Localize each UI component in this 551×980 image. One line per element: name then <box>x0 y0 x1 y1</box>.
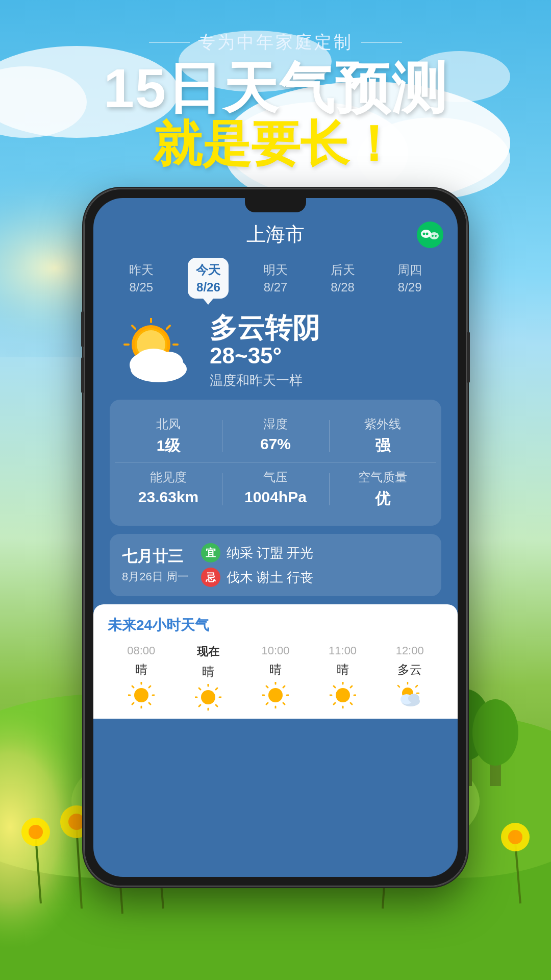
phone-outer: 上海市 昨天 8/25 <box>84 189 467 886</box>
forecast-sun-1 <box>195 684 221 710</box>
forecast-sun-3 <box>330 682 356 708</box>
forecast-time-2: 10:00 <box>261 644 289 657</box>
detail-pressure: 气压 1004hPa <box>222 469 329 509</box>
details-row-1: 北风 1级 湿度 67% 紫外线 强 <box>115 410 436 462</box>
day-tab-today[interactable]: 今天 8/26 <box>188 258 229 299</box>
forecast-item-1: 现在 晴 <box>175 644 242 710</box>
bad-activities-text: 伐木 谢土 行丧 <box>227 569 313 586</box>
screen-content: 上海市 昨天 8/25 <box>93 198 458 877</box>
humidity-label: 湿度 <box>263 416 288 432</box>
detail-air-quality: 空气质量 优 <box>329 469 436 509</box>
city-header: 上海市 <box>108 222 443 248</box>
forecast-item-2: 10:00 晴 <box>242 644 309 710</box>
weather-temp: 28~35° <box>210 343 433 369</box>
tab-label-3: 后天 <box>331 262 355 278</box>
svg-line-73 <box>199 688 201 690</box>
svg-line-99 <box>398 685 399 687</box>
lunar-card: 七月廿三 8月26日 周一 宜 纳采 订盟 开光 忌 <box>110 534 441 596</box>
volume-down-button <box>81 357 84 393</box>
svg-line-83 <box>283 703 285 704</box>
phone-screen: 上海市 昨天 8/25 <box>93 198 458 877</box>
sub-title-yellow: 就是要长！ <box>0 117 551 171</box>
lunar-title: 七月廿三 <box>122 546 189 567</box>
air-quality-value: 优 <box>375 488 390 509</box>
svg-point-40 <box>426 232 429 235</box>
wechat-icon[interactable] <box>417 222 443 248</box>
subtitle: 专为中年家庭定制 <box>0 31 551 54</box>
forecast-title: 未来24小时天气 <box>108 616 443 635</box>
visibility-value: 23.63km <box>138 488 198 506</box>
forecast-sun-4 <box>396 682 423 708</box>
bad-badge: 忌 <box>201 568 220 587</box>
svg-line-67 <box>132 703 134 704</box>
svg-line-75 <box>216 688 217 690</box>
day-tab-dayafter[interactable]: 后天 8/28 <box>322 258 363 299</box>
forecast-time-3: 11:00 <box>329 644 357 657</box>
detail-uv: 紫外线 强 <box>329 416 436 456</box>
svg-point-68 <box>201 690 215 704</box>
good-badge: 宜 <box>201 543 220 562</box>
detail-visibility: 能见度 23.63km <box>115 469 222 509</box>
svg-point-86 <box>336 688 350 702</box>
svg-point-41 <box>430 232 439 239</box>
air-quality-label: 空气质量 <box>358 469 407 485</box>
lunar-subtitle: 8月26日 周一 <box>122 569 189 584</box>
svg-line-91 <box>334 686 335 688</box>
day-tabs: 昨天 8/25 今天 8/26 明天 8/27 后天 8/28 <box>108 258 443 299</box>
svg-line-84 <box>283 686 285 688</box>
power-button <box>467 332 470 383</box>
forecast-weather-4: 多云 <box>397 662 422 678</box>
tab-label-4: 周四 <box>397 262 422 278</box>
tab-label-1: 今天 <box>196 262 220 278</box>
forecast-weather-2: 晴 <box>269 662 282 678</box>
tab-date-4: 8/29 <box>398 280 422 295</box>
main-title: 15日天气预测 <box>0 59 551 117</box>
svg-line-94 <box>334 703 335 704</box>
forecast-time-0: 08:00 <box>127 644 155 657</box>
forecast-time-1: 现在 <box>197 644 219 659</box>
wind-label: 北风 <box>156 416 181 432</box>
city-name: 上海市 <box>246 222 305 248</box>
day-tab-yesterday[interactable]: 昨天 8/25 <box>121 258 162 299</box>
bad-activities-row: 忌 伐木 谢土 行丧 <box>201 568 429 587</box>
svg-point-58 <box>135 349 172 371</box>
good-activities-row: 宜 纳采 订盟 开光 <box>201 543 429 562</box>
svg-point-77 <box>268 688 283 702</box>
visibility-label: 能见度 <box>150 469 187 485</box>
svg-line-92 <box>350 703 352 704</box>
tab-label-0: 昨天 <box>129 262 154 278</box>
weather-main: 多云转阴 28~35° 温度和昨天一样 <box>118 313 433 389</box>
svg-point-39 <box>423 232 425 235</box>
pressure-label: 气压 <box>263 469 288 485</box>
svg-point-102 <box>408 694 419 703</box>
svg-line-64 <box>132 686 134 688</box>
forecast-scroll: 08:00 晴 <box>108 644 443 710</box>
forecast-item-3: 11:00 晴 <box>309 644 377 710</box>
lunar-activities: 宜 纳采 订盟 开光 忌 伐木 谢土 行丧 <box>201 543 429 587</box>
svg-line-51 <box>132 326 135 329</box>
top-section: 专为中年家庭定制 15日天气预测 就是要长！ <box>0 31 551 171</box>
svg-point-59 <box>134 688 148 702</box>
forecast-section: 未来24小时天气 08:00 晴 <box>93 604 458 719</box>
svg-line-53 <box>167 326 170 329</box>
phone-mockup: 上海市 昨天 8/25 <box>84 189 467 886</box>
forecast-time-4: 12:00 <box>396 644 424 657</box>
svg-line-85 <box>266 703 268 704</box>
forecast-item-4: 12:00 多云 <box>376 644 443 710</box>
day-tab-thu[interactable]: 周四 8/29 <box>389 258 430 299</box>
forecast-weather-3: 晴 <box>337 662 349 678</box>
day-tab-tomorrow[interactable]: 明天 8/27 <box>255 258 296 299</box>
forecast-sun-2 <box>262 682 289 708</box>
svg-point-21 <box>29 825 43 839</box>
tab-date-3: 8/28 <box>331 280 355 295</box>
uv-value: 强 <box>375 435 390 456</box>
tab-date-1: 8/26 <box>196 280 220 295</box>
detail-wind: 北风 1级 <box>115 416 222 456</box>
weather-note: 温度和昨天一样 <box>210 372 433 389</box>
svg-point-17 <box>472 699 518 766</box>
svg-point-24 <box>68 814 85 830</box>
tab-label-2: 明天 <box>263 262 288 278</box>
tab-date-2: 8/27 <box>264 280 288 295</box>
svg-point-36 <box>508 830 522 844</box>
forecast-weather-0: 晴 <box>135 662 147 678</box>
